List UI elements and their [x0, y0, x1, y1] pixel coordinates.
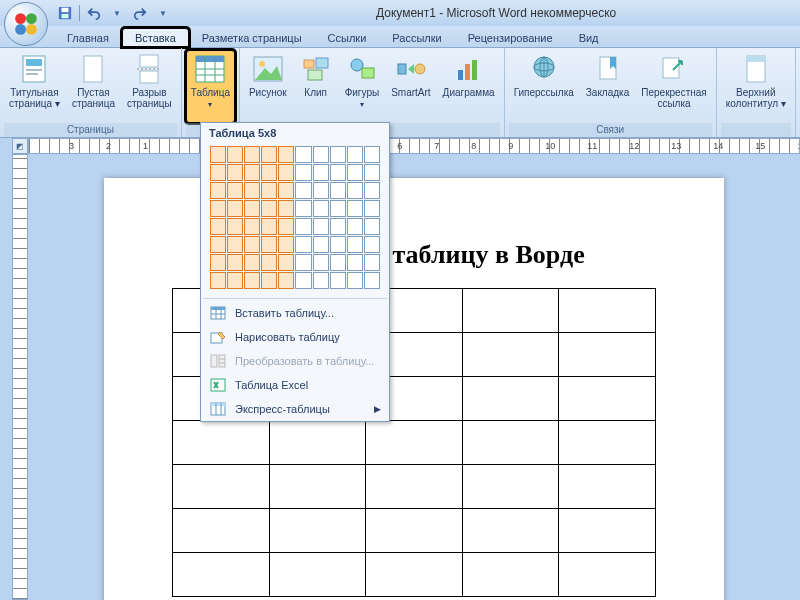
grid-cell[interactable] — [330, 236, 346, 253]
grid-cell[interactable] — [210, 182, 226, 199]
table-cell[interactable] — [559, 421, 656, 465]
table-cell[interactable] — [462, 465, 559, 509]
grid-cell[interactable] — [313, 236, 329, 253]
grid-cell[interactable] — [210, 146, 226, 163]
grid-cell[interactable] — [227, 182, 243, 199]
grid-cell[interactable] — [295, 272, 311, 289]
grid-cell[interactable] — [347, 182, 363, 199]
grid-cell[interactable] — [295, 164, 311, 181]
tab-mailings[interactable]: Рассылки — [379, 28, 454, 47]
table-cell[interactable] — [366, 553, 463, 597]
grid-cell[interactable] — [330, 272, 346, 289]
table-cell[interactable] — [366, 509, 463, 553]
grid-cell[interactable] — [261, 254, 277, 271]
grid-cell[interactable] — [278, 254, 294, 271]
grid-cell[interactable] — [347, 236, 363, 253]
table-cell[interactable] — [173, 553, 270, 597]
grid-cell[interactable] — [261, 146, 277, 163]
table-cell[interactable] — [366, 465, 463, 509]
grid-cell[interactable] — [295, 182, 311, 199]
page-break-button[interactable]: Разрывстраницы — [122, 50, 177, 123]
grid-cell[interactable] — [330, 254, 346, 271]
grid-cell[interactable] — [261, 236, 277, 253]
grid-cell[interactable] — [244, 272, 260, 289]
grid-cell[interactable] — [364, 200, 380, 217]
grid-cell[interactable] — [364, 236, 380, 253]
tab-insert[interactable]: Вставка — [122, 28, 189, 47]
smartart-button[interactable]: SmartArt — [386, 50, 435, 123]
grid-cell[interactable] — [227, 254, 243, 271]
grid-cell[interactable] — [295, 200, 311, 217]
grid-cell[interactable] — [261, 200, 277, 217]
grid-cell[interactable] — [227, 200, 243, 217]
grid-cell[interactable] — [227, 164, 243, 181]
grid-cell[interactable] — [227, 236, 243, 253]
grid-cell[interactable] — [313, 164, 329, 181]
tab-home[interactable]: Главная — [54, 28, 122, 47]
table-cell[interactable] — [173, 421, 270, 465]
grid-cell[interactable] — [210, 236, 226, 253]
qat-redo-button[interactable] — [129, 3, 151, 23]
grid-cell[interactable] — [278, 272, 294, 289]
chart-button[interactable]: Диаграмма — [438, 50, 500, 123]
table-cell[interactable] — [462, 421, 559, 465]
qat-undo-button[interactable] — [83, 3, 105, 23]
grid-cell[interactable] — [364, 272, 380, 289]
cross-reference-button[interactable]: Перекрестнаяссылка — [636, 50, 711, 123]
table-cell[interactable] — [173, 465, 270, 509]
grid-cell[interactable] — [330, 182, 346, 199]
grid-cell[interactable] — [347, 272, 363, 289]
table-cell[interactable] — [462, 333, 559, 377]
table-size-picker[interactable] — [201, 145, 389, 296]
grid-cell[interactable] — [278, 146, 294, 163]
grid-cell[interactable] — [313, 200, 329, 217]
grid-cell[interactable] — [261, 182, 277, 199]
tab-references[interactable]: Ссылки — [315, 28, 380, 47]
grid-cell[interactable] — [330, 164, 346, 181]
grid-cell[interactable] — [278, 182, 294, 199]
grid-cell[interactable] — [278, 164, 294, 181]
grid-cell[interactable] — [295, 236, 311, 253]
grid-cell[interactable] — [261, 164, 277, 181]
qat-customize-button[interactable]: ▼ — [152, 3, 174, 23]
ruler-corner[interactable]: ◩ — [12, 138, 28, 154]
grid-cell[interactable] — [261, 218, 277, 235]
grid-cell[interactable] — [364, 182, 380, 199]
tab-view[interactable]: Вид — [566, 28, 612, 47]
table-cell[interactable] — [559, 553, 656, 597]
grid-cell[interactable] — [295, 218, 311, 235]
page-area[interactable]: Как сделать таблицу в Ворде — [28, 154, 800, 600]
grid-cell[interactable] — [278, 200, 294, 217]
grid-cell[interactable] — [227, 272, 243, 289]
office-button[interactable] — [4, 2, 48, 46]
grid-cell[interactable] — [244, 146, 260, 163]
quick-tables-item[interactable]: Экспресс-таблицы ▶ — [201, 397, 389, 421]
table-cell[interactable] — [366, 421, 463, 465]
grid-cell[interactable] — [210, 254, 226, 271]
grid-cell[interactable] — [347, 146, 363, 163]
grid-cell[interactable] — [313, 218, 329, 235]
table-button[interactable]: Таблица▾ — [186, 50, 235, 123]
grid-cell[interactable] — [347, 254, 363, 271]
grid-cell[interactable] — [295, 254, 311, 271]
grid-cell[interactable] — [347, 164, 363, 181]
vertical-ruler[interactable] — [12, 154, 28, 600]
table-cell[interactable] — [462, 289, 559, 333]
grid-cell[interactable] — [244, 182, 260, 199]
cover-page-button[interactable]: Титульнаястраница ▾ — [4, 50, 65, 123]
tab-page-layout[interactable]: Разметка страницы — [189, 28, 315, 47]
grid-cell[interactable] — [330, 146, 346, 163]
insert-table-item[interactable]: Вставить таблицу... — [201, 301, 389, 325]
table-cell[interactable] — [462, 553, 559, 597]
grid-cell[interactable] — [244, 218, 260, 235]
grid-cell[interactable] — [364, 146, 380, 163]
grid-cell[interactable] — [313, 182, 329, 199]
grid-cell[interactable] — [210, 200, 226, 217]
draw-table-item[interactable]: Нарисовать таблицу — [201, 325, 389, 349]
grid-cell[interactable] — [278, 236, 294, 253]
grid-cell[interactable] — [347, 218, 363, 235]
grid-cell[interactable] — [244, 236, 260, 253]
table-cell[interactable] — [559, 509, 656, 553]
excel-table-item[interactable]: Таблица Excel — [201, 373, 389, 397]
grid-cell[interactable] — [261, 272, 277, 289]
